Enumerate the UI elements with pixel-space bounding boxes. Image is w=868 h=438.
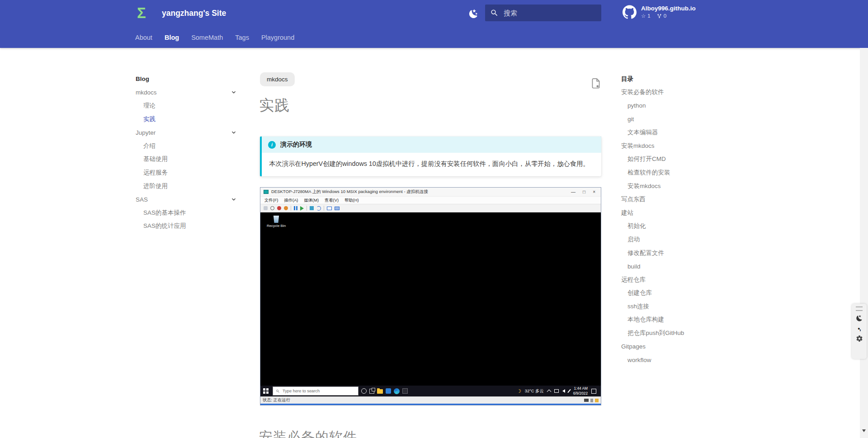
toc-item[interactable]: ssh连接	[621, 300, 707, 313]
vm-menu-help: 帮助(H)	[344, 198, 359, 203]
floating-tool-panel: •,	[852, 304, 867, 359]
sidebar-nav: Blog mkdocs 理论 实践 Jupyter 介绍 基础使用 远程服务 进…	[136, 72, 241, 233]
site-title[interactable]: yangzhang's Site	[162, 0, 226, 26]
toc-item[interactable]: 安装mkdocs	[621, 179, 707, 193]
repo-link[interactable]: Alboy996.github.io ☆ 1 0	[623, 5, 696, 19]
sidebar-item-yuanchengfuwu[interactable]: 远程服务	[136, 166, 241, 179]
toc-item[interactable]: 安装mkdocs	[621, 139, 707, 153]
sidebar-item-shijian-active[interactable]: 实践	[136, 113, 241, 126]
repo-stats: ☆ 1 0	[641, 13, 696, 19]
vm-menu-media: 媒体(M)	[304, 198, 319, 203]
vm-menu-file: 文件(F)	[264, 198, 278, 203]
pause-icon	[294, 206, 297, 210]
toc: 目录 安装必备的软件 python git 文本编辑器 安装mkdocs 如何打…	[621, 72, 707, 367]
toc-item[interactable]: 如何打开CMD	[621, 153, 707, 166]
toc-item[interactable]: 创建仓库	[621, 287, 707, 300]
toc-item[interactable]: 建站	[621, 206, 707, 220]
vm-window-title: DESKTOP-J7280MA 上的 Windows 10 MSIX packa…	[271, 189, 428, 195]
vm-taskbar-search: Type here to search	[273, 386, 359, 396]
recycle-bin-label: Recycle Bin	[267, 224, 286, 228]
vm-toolbar	[260, 204, 601, 212]
tab-playground[interactable]: Playground	[261, 34, 294, 41]
repo-fork-count: 0	[664, 13, 666, 19]
toc-item[interactable]: 把仓库push到GitHub	[621, 326, 707, 340]
theme-toggle-button[interactable]	[466, 6, 481, 21]
toc-item[interactable]: 远程仓库	[621, 273, 707, 287]
sidebar-item-sas-stats[interactable]: SAS的统计应用	[136, 220, 241, 233]
toc-title: 目录	[621, 72, 707, 86]
task-view-icon	[369, 389, 374, 394]
site-logo-sigma-icon[interactable]: Σ	[132, 4, 151, 22]
sidebar-item-sas[interactable]: SAS	[136, 193, 241, 206]
checkpoint-icon	[310, 206, 314, 210]
toc-item[interactable]: 写点东西	[621, 193, 707, 206]
nav-tabs: About Blog SomeMath Tags Playground	[135, 27, 294, 48]
toc-item[interactable]: workflow	[621, 353, 707, 367]
toc-item[interactable]: 文本编辑器	[621, 126, 707, 139]
tray-weather: 32°C 多云	[525, 388, 544, 394]
action-center-icon	[591, 389, 596, 394]
info-icon: i	[268, 141, 276, 149]
sidebar-item-sas-basic[interactable]: SAS的基本操作	[136, 206, 241, 220]
gear-icon[interactable]	[856, 335, 863, 342]
recycle-bin-desktop-icon: Recycle Bin	[266, 216, 286, 228]
toc-item[interactable]: git	[621, 113, 707, 126]
toc-item[interactable]: 修改配置文件	[621, 246, 707, 260]
sidebar-item-jichushiyong[interactable]: 基础使用	[136, 153, 241, 166]
weather-moon-icon: ☽	[517, 389, 521, 394]
repo-name: Alboy996.github.io	[641, 5, 696, 12]
info-admonition: i 演示的环境 本次演示在HyperV创建的windows 10虚拟机中进行，提…	[260, 137, 601, 176]
tag-chip-mkdocs[interactable]: mkdocs	[260, 72, 295, 86]
toc-item[interactable]: 初始化	[621, 220, 707, 233]
toc-item[interactable]: 启动	[621, 233, 707, 246]
tray-time: 1:44 AM	[574, 386, 588, 391]
github-icon	[623, 5, 637, 19]
vm-desktop: Recycle Bin	[260, 212, 601, 386]
volume-icon	[562, 389, 565, 393]
display-status-icon	[584, 399, 589, 402]
toc-item[interactable]: python	[621, 99, 707, 113]
scrollbar-down-arrow[interactable]	[862, 429, 866, 434]
tab-about[interactable]: About	[135, 34, 152, 41]
vm-search-placeholder: Type here to search	[283, 389, 320, 393]
moon-stars-icon	[468, 9, 479, 19]
sidebar-item-mkdocs[interactable]: mkdocs	[136, 86, 241, 99]
drag-handle-icon[interactable]	[856, 306, 863, 311]
sidebar-item-jupyter[interactable]: Jupyter	[136, 126, 241, 139]
vm-window-border	[260, 404, 601, 405]
sidebar-item-lilun[interactable]: 理论	[136, 99, 241, 113]
turn-off-icon	[277, 206, 281, 210]
tab-somemath[interactable]: SomeMath	[191, 34, 223, 41]
star-icon: ☆	[641, 13, 646, 19]
chevron-down-icon[interactable]	[230, 129, 237, 136]
chevron-down-icon[interactable]	[230, 89, 237, 96]
search-box[interactable]	[485, 5, 601, 21]
recycle-bin-icon	[273, 216, 279, 223]
toc-item[interactable]: Gitpages	[621, 340, 707, 353]
enhanced-session-icon	[327, 207, 332, 210]
sidebar-item-jieshao[interactable]: 介绍	[136, 139, 241, 153]
cortana-icon	[361, 388, 367, 394]
admonition-title: 演示的环境	[280, 141, 312, 149]
windows-start-icon	[262, 387, 270, 395]
dark-mode-moon-icon[interactable]	[856, 315, 863, 322]
tab-tags[interactable]: Tags	[235, 34, 249, 41]
ctrl-alt-del-icon	[264, 206, 268, 210]
toc-item[interactable]: 安装必备的软件	[621, 86, 707, 99]
sidebar-item-jinjieshiyong[interactable]: 进阶使用	[136, 179, 241, 193]
search-icon	[276, 389, 280, 393]
edge-icon	[394, 388, 400, 394]
vm-status-icons	[584, 399, 599, 402]
scrollbar-track[interactable]	[860, 48, 868, 438]
tab-blog[interactable]: Blog	[165, 34, 179, 41]
search-input[interactable]	[503, 9, 596, 17]
toc-item[interactable]: 本地仓库构建	[621, 313, 707, 327]
view-source-icon[interactable]	[590, 77, 602, 90]
toc-item[interactable]: build	[621, 259, 707, 273]
punctuation-tool-icon[interactable]: •,	[858, 325, 860, 331]
maximize-icon: □	[583, 189, 585, 194]
chevron-down-icon[interactable]	[230, 196, 237, 203]
toc-item[interactable]: 检查软件的安装	[621, 166, 707, 179]
fork-icon	[657, 14, 662, 19]
site-header: Σ yangzhang's Site Alboy996.github.io ☆ …	[0, 0, 868, 48]
